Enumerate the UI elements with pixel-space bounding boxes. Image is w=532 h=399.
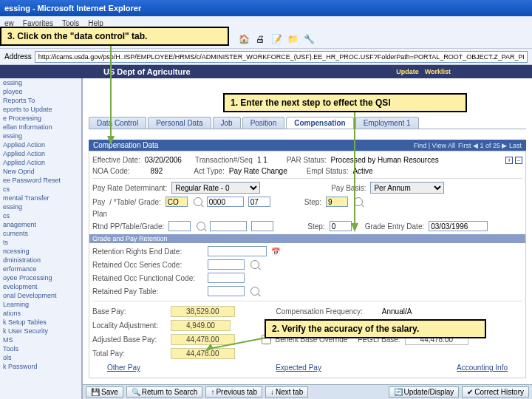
sidebar-item[interactable]: evelopment [0, 282, 81, 291]
locadj-value: 4,949.00 [171, 320, 231, 331]
retocc-input[interactable] [208, 259, 245, 270]
lookup-icon[interactable] [197, 222, 205, 231]
sidebar-item[interactable]: oyee Processing [0, 273, 81, 282]
lookup-icon[interactable] [354, 197, 363, 206]
next-tab-button[interactable]: ↓ Next tab [265, 386, 308, 398]
sidebar-item[interactable]: erformance [0, 265, 81, 273]
pay-code-input[interactable] [207, 197, 244, 207]
pay-grade-input[interactable] [248, 197, 270, 207]
retpay-input[interactable] [208, 286, 245, 296]
gentry-input[interactable] [429, 221, 488, 231]
rtnd-input3[interactable] [251, 221, 273, 231]
lookup-icon[interactable] [250, 260, 259, 269]
update-display-button[interactable]: 🔄 Update/Display [389, 386, 460, 398]
sidebar-item[interactable]: k User Security [0, 327, 81, 335]
expand-icon[interactable]: + [505, 157, 513, 164]
link-row: Other Pay Expected Pay Accounting Info [92, 361, 522, 375]
sidebar-item[interactable]: cs [0, 185, 81, 194]
menu-view[interactable]: ew [4, 19, 14, 27]
worklist-link[interactable]: Worklist [425, 68, 451, 75]
otherpay-link[interactable]: Other Pay [107, 364, 140, 372]
sidebar-item[interactable]: essing [0, 78, 81, 87]
sidebar-item[interactable]: Applied Action [0, 149, 81, 158]
lookup-icon[interactable] [250, 287, 259, 296]
compfreq-label: Compensation Frequency: [276, 307, 363, 316]
payrate-select[interactable]: Regular Rate - 0 [171, 182, 260, 194]
rtnd-input1[interactable] [168, 221, 191, 231]
sidebar-item[interactable]: ts [0, 238, 81, 247]
menu-help[interactable]: Help [88, 19, 103, 27]
sidebar-item[interactable]: cs [0, 211, 81, 220]
sidebar-item[interactable]: Applied Action [0, 140, 81, 149]
pay-co-input[interactable] [166, 197, 188, 207]
update-link[interactable]: Update [396, 68, 419, 75]
sidebar-item[interactable]: cuments [0, 229, 81, 238]
tab-employment1[interactable]: Employment 1 [355, 117, 419, 129]
sidebar-item[interactable]: Tools [0, 344, 81, 353]
sidebar-item[interactable]: MS [0, 335, 81, 344]
tool-icon[interactable]: 🔧 [303, 33, 315, 45]
sidebar-item[interactable]: Learning [0, 300, 81, 309]
pay-sub-label: / *Table/ Grade: [109, 198, 160, 206]
home-icon[interactable]: 🏠 [238, 33, 250, 45]
sidebar-item[interactable]: ols [0, 353, 81, 362]
sidebar-item[interactable]: e Processing [0, 114, 81, 123]
address-input[interactable] [35, 51, 528, 63]
basepay-value: 38,529.00 [171, 306, 235, 317]
sidebar-item[interactable]: eports to Update [0, 105, 81, 114]
sidebar-item[interactable]: ployee [0, 87, 81, 96]
edit-icon[interactable]: 📝 [270, 33, 282, 45]
expectedpay-link[interactable]: Expected Pay [276, 364, 321, 372]
accounting-link[interactable]: Accounting Info [457, 364, 508, 372]
action-bar: 💾 Save 🔍 Return to Search ↑ Previous tab… [83, 384, 532, 399]
tab-personal-data[interactable]: Personal Data [148, 117, 211, 129]
sidebar-item[interactable]: k Password [0, 362, 81, 371]
step2-input[interactable] [330, 221, 352, 231]
retpay-label: Retained Pay Table: [92, 287, 203, 296]
save-button[interactable]: 💾 Save [86, 386, 123, 398]
menu-favorites[interactable]: Favorites [23, 19, 53, 27]
main-panel: Data Control Personal Data Job Position … [83, 78, 532, 399]
parstatus-value: Processed by Human Resources [331, 156, 439, 164]
return-search-button[interactable]: 🔍 Return to Search [126, 386, 203, 398]
rtnd-input2[interactable] [210, 221, 247, 231]
sidebar-item[interactable]: onal Development [0, 291, 81, 300]
lookup-icon[interactable] [194, 197, 202, 206]
sidebar-item[interactable]: essing [0, 202, 81, 211]
tab-strip: Data Control Personal Data Job Position … [89, 117, 526, 129]
tab-position[interactable]: Position [242, 117, 285, 129]
nav-count[interactable]: First ◀ 1 of 25 ▶ Last [458, 142, 522, 149]
prev-tab-button[interactable]: ↑ Previous tab [205, 386, 262, 398]
parstatus-label: PAR Status: [287, 156, 327, 164]
sidebar-item[interactable]: Applied Action [0, 158, 81, 167]
menu-tools[interactable]: Tools [62, 19, 79, 27]
collapse-icon[interactable]: − [515, 157, 522, 164]
correct-history-button[interactable]: ✔ Correct History [462, 386, 529, 398]
print-icon[interactable]: 🖨 [254, 33, 266, 45]
sidebar-item[interactable]: ellan Information [0, 123, 81, 132]
find-link[interactable]: Find | View All [414, 142, 455, 149]
tab-job[interactable]: Job [213, 117, 241, 129]
sidebar-item[interactable]: anagement [0, 220, 81, 229]
sidebar-item[interactable]: k Setup Tables [0, 318, 81, 327]
paybasis-select[interactable]: Per Annum [370, 182, 444, 194]
sidebar-item[interactable]: ations [0, 309, 81, 318]
emplstatus-value: Active [352, 167, 372, 175]
folder-icon[interactable]: 📁 [287, 33, 299, 45]
sidebar-item[interactable]: Reports To [0, 96, 81, 105]
sidebar-item[interactable]: ncessing [0, 247, 81, 256]
sidebar-item[interactable]: essing [0, 132, 81, 140]
sidebar-item[interactable]: mental Transfer [0, 194, 81, 202]
calendar-icon[interactable]: 📅 [271, 248, 280, 256]
sidebar-item[interactable]: dministration [0, 256, 81, 265]
step-input[interactable] [326, 197, 348, 207]
sidebar-item[interactable]: ee Password Reset [0, 176, 81, 185]
acttype-label: Act Type: [194, 167, 225, 175]
sidebar-item[interactable]: New Oprid [0, 167, 81, 176]
retfunc-input[interactable] [208, 273, 245, 283]
retend-input[interactable] [208, 246, 267, 256]
tab-compensation[interactable]: Compensation [286, 117, 353, 129]
tab-data-control[interactable]: Data Control [89, 117, 146, 129]
rtnd-label: Rtnd PP/Table/Grade: [92, 222, 164, 231]
noa-value: 892 [151, 167, 163, 175]
